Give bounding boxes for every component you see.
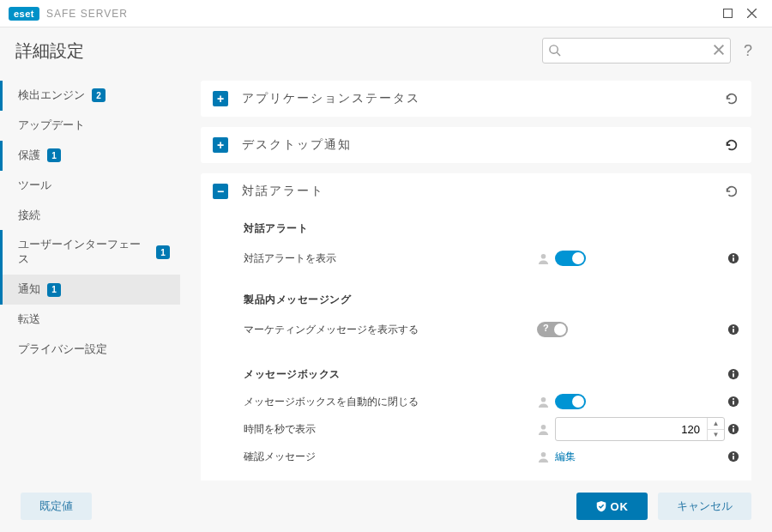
info-button[interactable]: [727, 450, 739, 462]
sidebar-item-label: プライバシー設定: [18, 342, 107, 357]
search-clear-button[interactable]: [712, 43, 726, 57]
sidebar-badge: 1: [47, 283, 61, 297]
sidebar-item-detection-engine[interactable]: 検出エンジン 2: [0, 81, 180, 111]
sidebar-item-label: ツール: [18, 178, 51, 193]
svg-point-5: [733, 255, 734, 257]
window-close-button[interactable]: [739, 2, 763, 26]
info-button[interactable]: [727, 323, 739, 336]
sidebar-badge: 1: [156, 245, 170, 259]
brand-logo: eset: [9, 7, 39, 21]
revert-button[interactable]: [724, 91, 739, 106]
page-title: 詳細設定: [15, 39, 84, 63]
info-button[interactable]: [727, 396, 739, 408]
panel-title: デスクトップ通知: [242, 137, 724, 153]
search-icon: [548, 44, 561, 57]
user-icon: [537, 252, 550, 265]
revert-button[interactable]: [724, 137, 739, 153]
setting-label: 対話アラートを表示: [244, 251, 537, 266]
sidebar-badge: 2: [92, 88, 106, 102]
svg-rect-22: [733, 456, 734, 459]
sidebar-item-label: 転送: [18, 312, 40, 327]
sidebar-item-notifications[interactable]: 通知 1: [0, 275, 180, 305]
content-area: + アプリケーションステータス + デスクトップ通知 − 対話アラート: [180, 74, 772, 481]
panel-body: 対話アラート 対話アラートを表示 製品内メッセー: [201, 209, 751, 481]
setting-row-show-alerts: 対話アラートを表示: [244, 245, 739, 272]
setting-row-seconds: 時間を秒で表示 ▲ ▼: [244, 415, 739, 443]
svg-rect-18: [733, 428, 734, 432]
title-bar: eset SAFE SERVER: [0, 0, 772, 27]
setting-label: マーケティングメッセージを表示する: [244, 323, 537, 337]
collapse-icon: −: [213, 184, 228, 199]
user-icon: [537, 423, 550, 436]
panel-application-status: + アプリケーションステータス: [201, 81, 751, 117]
undo-icon: [724, 137, 739, 153]
setting-row-autoclose: メッセージボックスを自動的に閉じる: [244, 388, 739, 415]
defaults-button[interactable]: 既定値: [21, 493, 92, 520]
info-icon: [727, 368, 739, 380]
svg-point-15: [733, 398, 734, 400]
section-heading-interactive-alerts: 対話アラート: [244, 221, 739, 236]
sidebar-item-update[interactable]: アップデート: [0, 111, 180, 141]
svg-point-23: [733, 453, 734, 455]
seconds-input[interactable]: [556, 418, 707, 440]
svg-rect-10: [733, 373, 734, 377]
page-header: 詳細設定 ?: [0, 27, 772, 74]
revert-button[interactable]: [724, 184, 739, 199]
shield-icon: [595, 500, 607, 512]
svg-point-20: [541, 451, 546, 456]
toggle-autoclose[interactable]: [555, 394, 586, 409]
setting-label: 時間を秒で表示: [244, 422, 537, 437]
setting-label: メッセージボックスを自動的に閉じる: [244, 395, 537, 409]
clear-icon: [712, 43, 726, 57]
panel-header[interactable]: + アプリケーションステータス: [201, 81, 751, 117]
sidebar-item-forward[interactable]: 転送: [0, 305, 180, 335]
section-heading-messaging: 製品内メッセージング: [244, 293, 739, 307]
sidebar-item-protection[interactable]: 保護 1: [0, 141, 180, 171]
panel-header[interactable]: − 対話アラート: [201, 173, 751, 209]
seconds-spinner[interactable]: ▲ ▼: [555, 417, 725, 441]
svg-point-11: [733, 371, 734, 372]
sidebar-item-connection[interactable]: 接続: [0, 201, 180, 231]
info-button[interactable]: [727, 423, 739, 435]
sidebar-item-label: アップデート: [18, 118, 85, 133]
toggle-show-alerts[interactable]: [555, 251, 586, 266]
info-icon: [727, 252, 739, 264]
expand-icon: +: [213, 91, 228, 106]
edit-link[interactable]: 編集: [555, 450, 576, 464]
ok-button[interactable]: OK: [576, 493, 648, 520]
sidebar-item-privacy[interactable]: プライバシー設定: [0, 335, 180, 365]
help-button[interactable]: ?: [739, 42, 757, 60]
toggle-marketing-messages[interactable]: ?: [537, 322, 568, 337]
window-maximize-button[interactable]: [715, 2, 739, 26]
svg-point-12: [541, 396, 546, 402]
info-button[interactable]: [727, 368, 739, 380]
cancel-button[interactable]: キャンセル: [658, 493, 751, 520]
product-name: SAFE SERVER: [46, 8, 128, 20]
sidebar-item-tools[interactable]: ツール: [0, 171, 180, 201]
ok-label: OK: [611, 500, 630, 513]
close-icon: [747, 9, 757, 18]
svg-rect-4: [733, 257, 734, 261]
svg-point-2: [541, 253, 546, 258]
svg-rect-7: [733, 329, 734, 332]
svg-point-1: [550, 45, 558, 53]
sidebar-item-label: 通知: [18, 282, 40, 297]
sidebar-item-label: 検出エンジン: [18, 88, 85, 103]
panel-header[interactable]: + デスクトップ通知: [201, 127, 751, 163]
info-icon: [727, 323, 739, 336]
sidebar-badge: 1: [47, 148, 61, 162]
sidebar: 検出エンジン 2 アップデート 保護 1 ツール 接続 ユーザーインターフェース…: [0, 74, 180, 481]
search-input[interactable]: [542, 38, 731, 63]
info-button[interactable]: [727, 252, 739, 264]
sidebar-item-ui[interactable]: ユーザーインターフェース 1: [0, 230, 180, 275]
expand-icon: +: [213, 137, 228, 153]
svg-rect-0: [723, 9, 732, 18]
info-icon: [727, 450, 739, 462]
maximize-icon: [723, 9, 733, 18]
undo-icon: [724, 91, 739, 106]
section-heading-message-box: メッセージボックス: [244, 367, 717, 382]
search-field-wrap: [542, 38, 731, 63]
section-heading-row: メッセージボックス: [244, 360, 739, 388]
panel-title: 対話アラート: [242, 184, 724, 199]
svg-rect-14: [733, 401, 734, 404]
